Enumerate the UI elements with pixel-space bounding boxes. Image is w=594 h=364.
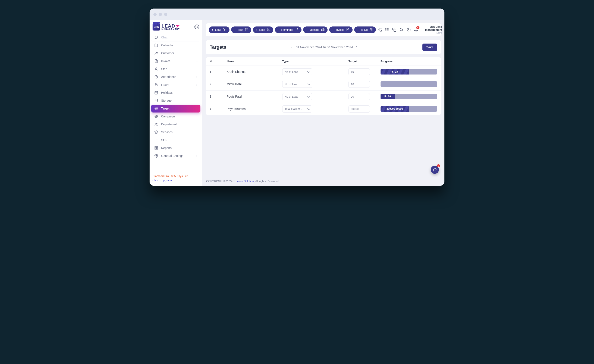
- svg-line-56: [402, 31, 403, 31]
- sidebar-item-attendance[interactable]: Attendance ›: [151, 73, 200, 81]
- target-input[interactable]: 60000: [349, 106, 370, 113]
- chevron-right-icon: ›: [196, 154, 197, 158]
- bell-icon: [295, 28, 298, 32]
- sidebar-item-target[interactable]: Target: [151, 105, 200, 113]
- type-select[interactable]: No of Lead: [282, 93, 312, 100]
- add-reminder-button[interactable]: + Reminder: [275, 26, 302, 33]
- target-input[interactable]: 10: [349, 81, 370, 88]
- cell-no: 4: [209, 107, 225, 111]
- sidebar-item-label: Chat: [161, 36, 168, 39]
- add-to-do-button[interactable]: + To Do: [354, 26, 376, 33]
- pill-label: Reminder: [281, 28, 293, 31]
- sidebar-item-storage[interactable]: Storage: [151, 97, 200, 105]
- file-icon: [346, 28, 350, 32]
- note-icon: [267, 28, 270, 32]
- main: + Lead + Task + Note + Reminder + Meetin…: [202, 20, 445, 186]
- target-input[interactable]: 10: [349, 68, 370, 75]
- sidebar-item-label: Calendar: [161, 44, 173, 47]
- svg-rect-35: [155, 148, 156, 149]
- chevron-right-icon: ›: [196, 59, 197, 63]
- sidebar-item-services[interactable]: Services: [151, 128, 200, 136]
- sidebar-item-campaign[interactable]: Campaign: [151, 113, 200, 120]
- sidebar-item-sop[interactable]: SOP: [151, 136, 200, 144]
- calendar-icon: [245, 28, 248, 32]
- table-row: 1 Krutik Khanna No of Lead 10 5 / 10: [206, 66, 441, 78]
- progress-bar: [381, 81, 437, 87]
- stack-icon: [154, 130, 158, 134]
- upgrade-link[interactable]: click to upgrade: [153, 178, 199, 183]
- col-target: Target: [349, 60, 378, 63]
- file-icon: [154, 59, 158, 63]
- check-circle-icon: [154, 75, 158, 79]
- svg-rect-54: [394, 29, 396, 32]
- svg-point-19: [155, 108, 157, 109]
- svg-rect-38: [245, 28, 248, 31]
- pill-label: Invoice: [336, 28, 344, 31]
- add-task-button[interactable]: + Task: [231, 26, 251, 33]
- sidebar-item-staff[interactable]: Staff: [151, 65, 200, 73]
- sidebar-item-calendar[interactable]: Calendar: [151, 41, 200, 49]
- sidebar-item-chat[interactable]: Chat: [151, 33, 200, 41]
- type-select[interactable]: No of Lead: [282, 68, 312, 75]
- table-row: 2 Mitali Joshi No of Lead 10: [206, 78, 441, 90]
- sidebar-item-customer[interactable]: Customer: [151, 49, 200, 57]
- sidebar-item-label: Customer: [161, 52, 174, 55]
- add-note-button[interactable]: + Note: [253, 26, 273, 33]
- add-lead-button[interactable]: + Lead: [209, 26, 230, 33]
- svg-marker-25: [155, 131, 158, 132]
- sidebar-item-holidays[interactable]: Holidays: [151, 89, 200, 97]
- add-invoice-button[interactable]: + Invoice: [329, 26, 352, 33]
- svg-rect-33: [157, 146, 158, 147]
- pill-label: Task: [237, 28, 243, 31]
- copy-icon[interactable]: [392, 27, 396, 32]
- globe-icon: [154, 114, 158, 118]
- type-select[interactable]: Total Collect...: [282, 106, 312, 113]
- footer-link[interactable]: Trueline Solution: [233, 179, 254, 183]
- svg-point-24: [156, 123, 157, 124]
- sidebar-item-reports[interactable]: Reports: [151, 144, 200, 152]
- dark-mode-icon[interactable]: [407, 27, 411, 32]
- type-select[interactable]: No of Lead: [282, 81, 312, 88]
- svg-rect-0: [155, 44, 158, 47]
- missed-call-icon[interactable]: [378, 27, 382, 32]
- page-title: Targets: [209, 44, 226, 50]
- sidebar-item-label: Department: [161, 123, 177, 126]
- svg-point-9: [155, 75, 158, 78]
- svg-point-18: [155, 107, 158, 110]
- grid-icon: [154, 146, 158, 150]
- chevron-right-icon: ›: [196, 75, 197, 79]
- next-range-icon[interactable]: [355, 46, 358, 49]
- pill-label: Note: [259, 28, 265, 31]
- target-icon: [154, 106, 158, 110]
- search-icon[interactable]: [399, 27, 404, 32]
- targets-table: No. Name Type Target Progress 1 Krutik K…: [206, 57, 441, 115]
- task-list-icon[interactable]: [385, 27, 389, 32]
- fab-badge: 0: [437, 164, 440, 167]
- target-input[interactable]: 20: [349, 93, 370, 100]
- targets-header: Targets 01 November, 2024 To 30 November…: [206, 40, 441, 54]
- logo-word: LEAD➤: [162, 24, 180, 28]
- sidebar-item-department[interactable]: Department: [151, 120, 200, 128]
- svg-rect-34: [157, 148, 158, 149]
- sidebar-collapse-icon[interactable]: [195, 25, 199, 29]
- cell-name: Pooja Patel: [227, 95, 280, 98]
- save-button[interactable]: Save: [422, 44, 437, 51]
- add-meeting-button[interactable]: + Meeting: [303, 26, 328, 33]
- bell-icon[interactable]: 0: [414, 27, 418, 32]
- prev-range-icon[interactable]: [290, 46, 293, 49]
- sidebar-item-label: Holidays: [161, 91, 173, 94]
- svg-rect-13: [155, 91, 158, 94]
- gear-icon: [154, 154, 158, 158]
- pill-label: Meeting: [309, 28, 319, 31]
- svg-point-17: [155, 99, 157, 100]
- table-row: 3 Pooja Patel No of Lead 20 5 / 20: [206, 90, 441, 103]
- sidebar-item-leave[interactable]: Leave ›: [151, 81, 200, 89]
- dept-icon: [154, 122, 158, 126]
- sidebar-item-invoice[interactable]: Invoice ›: [151, 57, 200, 65]
- chat-fab[interactable]: 0: [431, 166, 439, 174]
- sidebar-item-general-settings[interactable]: General Settings ›: [151, 152, 200, 160]
- person-x-icon: [154, 83, 158, 87]
- svg-rect-32: [155, 146, 156, 147]
- table-header: No. Name Type Target Progress: [206, 57, 441, 66]
- user-menu[interactable]: 365 Lead Management Store: [423, 25, 445, 34]
